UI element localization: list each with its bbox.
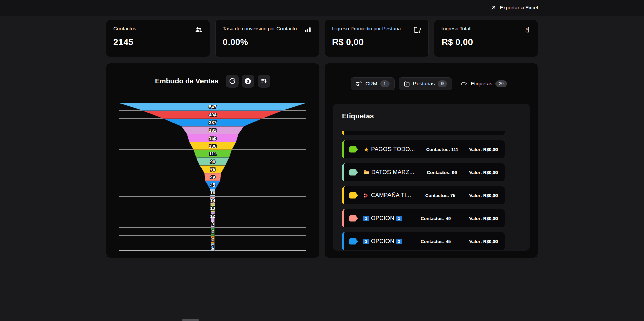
magnet-icon: [363, 193, 369, 198]
funnel-segment-label: 75: [210, 167, 215, 172]
arrow-up-right-icon: [490, 5, 497, 11]
stat-card: Tasa de conversión por Contacto0.00%: [215, 20, 319, 57]
stat-label: Tasa de conversión por Contacto: [223, 26, 297, 31]
refresh-icon: [229, 78, 236, 84]
stat-card: Ingreso Promedio por Pestaña$R$ 0,00: [325, 20, 429, 57]
tag-list: ★PAGOS TODO...Contactos: 111Valor: R$0,0…: [342, 131, 521, 250]
tag-color-icon: [349, 169, 358, 176]
tab-label: Etiquetas: [471, 81, 492, 87]
stat-value: R$ 0,00: [332, 37, 421, 47]
funnel-segment-label: 3: [211, 221, 214, 226]
funnel-segment-label: 287: [209, 120, 217, 125]
stat-card: Ingreso Total$R$ 0,00: [434, 20, 538, 57]
bar-chart-icon: [304, 26, 312, 34]
funnel-segment-label: 45: [210, 182, 215, 188]
funnel-segment-label: 547: [209, 104, 217, 109]
export-excel-button[interactable]: Exportar a Excel: [490, 5, 538, 11]
stat-label: Ingreso Promedio por Pestaña: [332, 26, 401, 31]
tab-label: Pestañas: [413, 81, 435, 87]
tab-crm[interactable]: CRM1: [351, 77, 394, 90]
stat-card: Contactos2145: [106, 20, 210, 57]
tab-pestañas[interactable]: Pestañas9: [399, 77, 452, 90]
keycap-1-icon: 1: [363, 216, 369, 221]
stat-value: 2145: [113, 37, 203, 47]
dollar-coin-button[interactable]: $: [242, 75, 254, 88]
export-excel-label: Exportar a Excel: [500, 5, 538, 11]
bottom-scrollbar-fragment[interactable]: [182, 319, 199, 321]
tag-value: Valor: R$0,00: [469, 216, 498, 221]
tag-value: Valor: R$0,00: [469, 193, 498, 198]
funnel-segment-label: 14: [210, 198, 215, 203]
funnel-segment-label: 111: [209, 151, 216, 156]
funnel-segment-label: 182: [209, 128, 217, 133]
funnel-segment-label: 404: [209, 112, 217, 117]
tag-label: 1OPCION1: [363, 215, 402, 222]
funnel-toolbar: $: [226, 75, 270, 88]
tag-label: DATOS MARZ...: [363, 169, 414, 176]
tag-label-text: CAMPAÑA TI...: [371, 192, 411, 199]
stat-label: Contactos: [113, 26, 136, 31]
tab-badge: 1: [380, 80, 390, 87]
tag-list-item[interactable]: [342, 131, 505, 135]
funnel-segment-label: 2: [211, 229, 214, 234]
svg-text:$: $: [526, 27, 527, 31]
sort-descending-button[interactable]: [258, 75, 270, 88]
funnel-segment-label: 49: [210, 175, 215, 180]
tag-color-icon: [349, 215, 358, 222]
tag-label: ★PAGOS TODO...: [363, 146, 415, 153]
topbar: Exportar a Excel: [0, 0, 644, 16]
tag-label: 2OPCION2: [363, 238, 402, 245]
tag-list-item[interactable]: 2OPCION2Contactos: 45Valor: R$0,00: [342, 232, 505, 250]
folder-dollar-icon: $: [413, 26, 421, 34]
tag-contacts-count: Contactos: 49: [421, 216, 451, 221]
sort-descending-icon: [261, 78, 267, 84]
stat-label: Ingreso Total: [441, 26, 471, 31]
crm-icon: [356, 81, 362, 87]
tab-badge: 20: [495, 80, 507, 87]
tag-list-item[interactable]: ★PAGOS TODO...Contactos: 111Valor: R$0,0…: [342, 140, 505, 158]
funnel-segment-label: 96: [210, 159, 215, 164]
funnel-segment-label: 136: [209, 144, 217, 149]
keycap-1-icon: 1: [396, 216, 402, 221]
funnel-segment-label: 16: [210, 190, 215, 195]
funnel-title: Embudo de Ventas: [155, 77, 218, 85]
tag-contacts-count: Contactos: 111: [426, 147, 458, 152]
funnel-panel: Embudo de Ventas $ 547404287182150136111…: [106, 63, 319, 258]
tag-contacts-count: Contactos: 45: [421, 239, 451, 244]
funnel-segment-label: 2: [211, 237, 214, 242]
keycap-2-icon: 2: [363, 239, 369, 244]
funnel-chart: 5474042871821501361119675494516141312322…: [119, 103, 306, 251]
folder-icon: [363, 169, 369, 175]
tag-color-icon: [349, 146, 358, 153]
tab-label: CRM: [365, 81, 377, 87]
etiquetas-card: Etiquetas ★PAGOS TODO...Contactos: 111Va…: [333, 104, 530, 251]
tag-list-item[interactable]: DATOS MARZ...Contactos: 96Valor: R$0,00: [342, 163, 505, 181]
dollar-coin-icon: $: [244, 78, 251, 85]
tag-label-text: OPCION: [371, 215, 394, 222]
etiquetas-card-title: Etiquetas: [342, 112, 521, 122]
tag-value: Valor: R$0,00: [469, 147, 498, 152]
svg-text:$: $: [418, 30, 420, 33]
tag-icon: [461, 81, 467, 87]
people-icon: [194, 26, 203, 34]
tab-etiquetas[interactable]: Etiquetas20: [456, 77, 512, 90]
tag-label-text: PAGOS TODO...: [371, 146, 415, 153]
tags-panel: CRM1Pestañas9Etiquetas20 Etiquetas ★PAGO…: [325, 63, 538, 258]
tag-value: Valor: R$0,00: [469, 239, 498, 244]
tag-list-item[interactable]: 1OPCION1Contactos: 49Valor: R$0,00: [342, 209, 505, 227]
tag-contacts-count: Contactos: 96: [427, 170, 457, 175]
svg-text:$: $: [247, 79, 249, 83]
funnel-segment-label: 13: [210, 206, 215, 211]
stat-value: 0.00%: [223, 37, 312, 47]
tag-color-icon: [349, 238, 358, 245]
tag-label-text: DATOS MARZ...: [371, 169, 414, 176]
tag-label: CAMPAÑA TI...: [363, 192, 411, 199]
keycap-2-icon: 2: [396, 239, 402, 244]
receipt-dollar-icon: $: [522, 26, 531, 34]
tag-contacts-count: Contactos: 75: [425, 193, 455, 198]
tag-color-icon: [349, 192, 358, 199]
stats-row: Contactos2145Tasa de conversión por Cont…: [106, 20, 538, 57]
refresh-button[interactable]: [226, 75, 239, 88]
tag-value: Valor: R$0,00: [469, 170, 498, 175]
tag-list-item[interactable]: CAMPAÑA TI...Contactos: 75Valor: R$0,00: [342, 186, 505, 204]
